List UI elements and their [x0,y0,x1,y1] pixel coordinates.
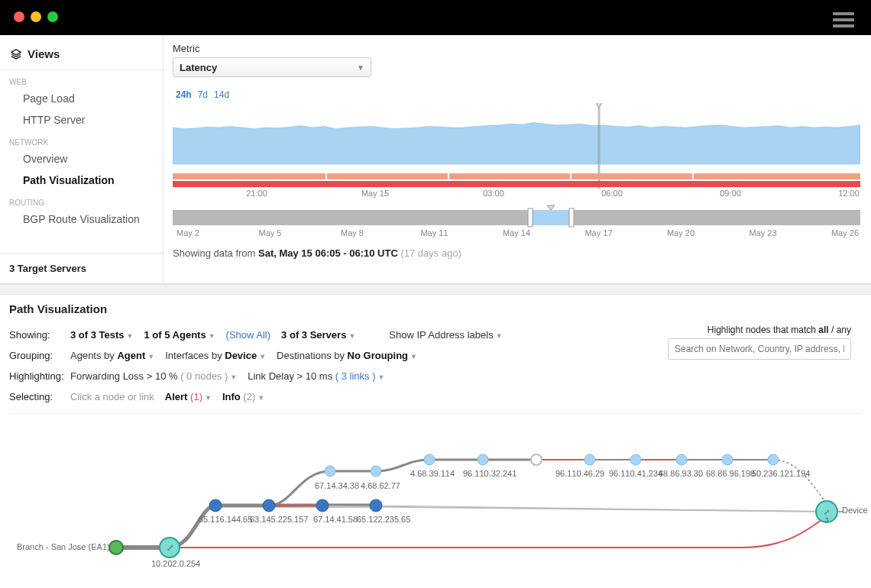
showing-prefix: Showing data from [173,247,258,259]
window-titlebar [0,0,871,35]
router-ip-label: 10.202.0.254 [151,559,200,568]
window-minimize-icon[interactable] [31,11,41,22]
svg-rect-5 [448,173,449,179]
showing-range: Sat, May 15 06:05 - 06:10 UTC [258,247,398,259]
chevron-down-icon: ▼ [147,353,154,360]
chevron-down-icon: ▼ [348,332,355,340]
node-ip-label: 68.86.96.198 [706,469,755,478]
svg-point-38 [478,454,488,465]
views-title: Views [28,47,60,60]
hamburger-menu-icon[interactable] [833,9,854,31]
svg-text:⤢: ⤢ [167,543,173,552]
showing-label: Showing: [9,329,70,341]
svg-marker-1 [595,103,603,108]
time-range-7d[interactable]: 7d [198,89,208,100]
highlighting-row: Highlighting: Forwarding Loss > 10 % ( 0… [9,366,862,386]
path-visualization-section: Path Visualization Showing: 3 of 3 Tests… [0,295,871,588]
chevron-down-icon: ▼ [496,332,503,340]
alert-dropdown[interactable]: Alert (1)▼ [165,391,212,402]
path-visualization-title: Path Visualization [9,302,862,315]
svg-point-33 [316,499,329,512]
svg-point-39 [531,454,542,465]
svg-text:09:00: 09:00 [720,189,741,198]
svg-text:May 15: May 15 [361,189,389,198]
svg-rect-16 [528,208,533,227]
chevron-down-icon: ▼ [230,373,237,381]
node-ip-label: 96.110.32.241 [463,469,516,478]
svg-point-44 [768,454,779,465]
window-traffic-lights [14,11,58,22]
metric-selected-value: Latency [180,62,217,73]
svg-text:May 23: May 23 [749,228,776,237]
highlight-linkdelay-dropdown[interactable]: Link Delay > 10 ms ( 3 links )▼ [248,370,384,382]
main-top: Metric Latency ▼ 24h7d14d 21:00May 1503:… [164,35,871,283]
timeline-chart[interactable]: 21:00May 1503:0006:0009:0012:00May 2May … [173,103,860,240]
views-sidebar: Views WEBPage LoadHTTP ServerNETWORKOver… [0,35,164,283]
highlight-fwdloss-dropdown[interactable]: Forwarding Loss > 10 % ( 0 nodes )▼ [70,370,237,382]
svg-text:May 11: May 11 [420,228,448,237]
svg-point-34 [370,499,382,512]
chevron-down-icon: ▼ [127,332,134,340]
node-ip-label: 68.86.93.30 [659,469,703,478]
svg-point-41 [630,454,641,465]
svg-text:May 2: May 2 [176,228,199,237]
chevron-down-icon: ▼ [378,373,385,381]
svg-rect-6 [570,173,571,179]
show-all-link[interactable]: (Show All) [226,329,271,341]
sidebar-item-path-visualization[interactable]: Path Visualization [0,170,163,191]
section-divider [0,284,871,295]
svg-text:May 5: May 5 [259,228,282,237]
highlight-filter: Highlight nodes that match all / any [668,325,851,360]
selecting-hint: Click a node or link [70,391,154,402]
dest-label: Device [842,506,868,515]
selecting-row: Selecting: Click a node or link Alert (1… [9,386,862,407]
sidebar-item-page-load[interactable]: Page Load [0,88,163,109]
metric-label: Metric [173,43,860,54]
svg-text:May 26: May 26 [831,228,859,237]
path-topology[interactable]: ⤢⤢3 Branch - San Jose (EA1) 10.202.0.254… [9,429,862,588]
showing-data-from: Showing data from Sat, May 15 06:05 - 06… [173,240,860,267]
metric-select[interactable]: Latency ▼ [173,57,371,77]
node-ip-label: 67.14.41.58 [313,515,358,524]
svg-rect-14 [173,210,860,225]
time-range-14d[interactable]: 14d [214,89,229,100]
highlight-any-toggle[interactable]: any [837,325,851,335]
showing-servers-dropdown[interactable]: 3 of 3 Servers▼ [281,329,355,341]
window-zoom-icon[interactable] [47,11,58,22]
svg-text:May 20: May 20 [667,228,695,237]
svg-point-37 [424,454,435,465]
svg-text:⤢: ⤢ [824,508,830,516]
node-ip-label: 65.116.144.65 [199,515,252,524]
chevron-down-icon: ▼ [209,332,215,340]
grouping-dest-dropdown[interactable]: Destinations by No Grouping▼ [277,350,417,361]
svg-point-28 [109,541,123,554]
svg-text:May 14: May 14 [503,228,530,237]
layers-icon [11,49,21,60]
node-ip-label: 4.68.62.77 [361,481,400,490]
grouping-interfaces-dropdown[interactable]: Interfaces by Device▼ [165,350,266,361]
svg-rect-4 [325,173,327,179]
upper-panel: Views WEBPage LoadHTTP ServerNETWORKOver… [0,35,871,284]
showing-agents-dropdown[interactable]: 1 of 5 Agents▼ [144,329,215,341]
sidebar-item-http-server[interactable]: HTTP Server [0,109,163,131]
info-dropdown[interactable]: Info (2)▼ [222,391,264,402]
chevron-down-icon: ▼ [410,353,417,360]
grouping-agents-dropdown[interactable]: Agents by Agent▼ [70,350,154,361]
sidebar-item-overview[interactable]: Overview [0,148,163,170]
nav-category-label: WEB [0,70,163,88]
node-ip-label: 67.14.34.38 [315,481,359,490]
agent-label: Branch - San Jose (EA1) [17,542,110,551]
svg-rect-17 [569,208,574,227]
svg-rect-2 [173,173,860,179]
time-range-24h[interactable]: 24h [176,89,192,100]
svg-point-36 [371,466,381,477]
sidebar-item-bgp-route-visualization[interactable]: BGP Route Visualization [0,208,163,230]
highlighting-label: Highlighting: [9,370,70,382]
show-ip-labels-dropdown[interactable]: Show IP Address labels▼ [389,329,502,341]
node-ip-label: 96.110.41.234 [609,469,662,478]
highlight-all-toggle[interactable]: all [818,325,828,335]
node-ip-label: 4.68.39.114 [410,469,455,478]
highlight-search-input[interactable] [668,338,851,360]
showing-tests-dropdown[interactable]: 3 of 3 Tests▼ [70,329,133,341]
window-close-icon[interactable] [14,11,24,22]
